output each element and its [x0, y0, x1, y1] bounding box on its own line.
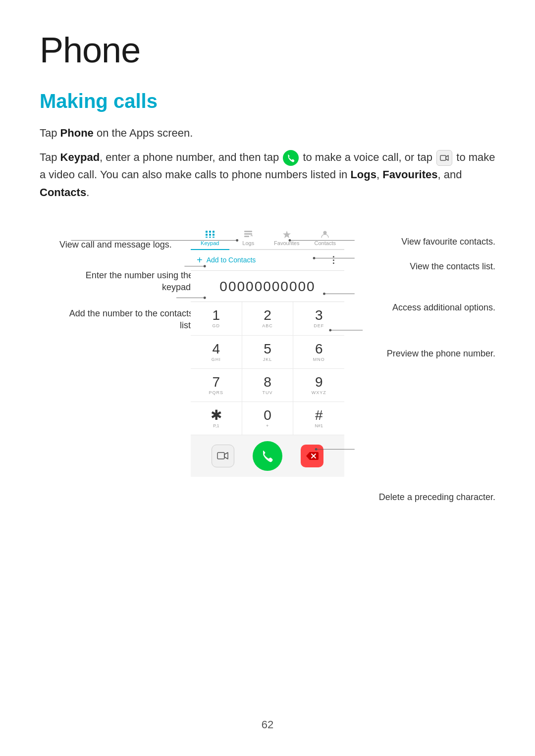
add-to-contacts-label: Add to Contacts	[207, 256, 329, 264]
tab-favourites[interactable]: Favourites	[268, 226, 306, 249]
key-0-num: 0	[264, 408, 271, 422]
svg-rect-21	[209, 234, 211, 236]
voice-call-button-icon	[261, 449, 274, 463]
keypad-row-2: 4 GHI 5 JKL 6 MNO	[191, 336, 344, 369]
video-call-button-icon	[217, 452, 229, 460]
more-options-icon[interactable]: ⋮	[329, 254, 338, 265]
ann-access-options-label: Access additional options.	[392, 302, 495, 313]
key-5[interactable]: 5 JKL	[242, 336, 294, 368]
tab-favourites-label: Favourites	[274, 240, 299, 246]
key-9-letters: WXYZ	[312, 390, 326, 395]
svg-rect-0	[440, 155, 446, 160]
key-6-num: 6	[315, 342, 323, 356]
key-1[interactable]: 1 GD	[191, 302, 242, 335]
key-hash-num: #	[315, 408, 323, 422]
number-display: 00000000000	[191, 271, 344, 302]
voice-call-button[interactable]	[253, 441, 282, 471]
delete-button[interactable]	[301, 445, 323, 467]
ann-view-contacts-label: View the contacts list.	[410, 261, 495, 272]
page-title: Phone	[40, 30, 495, 70]
svg-point-30	[323, 231, 327, 234]
tab-contacts[interactable]: Contacts	[306, 226, 345, 249]
tab-contacts-label: Contacts	[315, 240, 336, 246]
key-8[interactable]: 8 TUV	[242, 369, 294, 402]
intro-paragraph-2: Tap Keypad, enter a phone number, and th…	[40, 149, 495, 201]
svg-rect-18	[209, 231, 211, 233]
svg-rect-27	[244, 233, 252, 235]
tab-keypad-label: Keypad	[201, 240, 219, 246]
key-7[interactable]: 7 PQRS	[191, 369, 242, 402]
key-star-letters: P,1	[213, 423, 219, 428]
key-6-letters: MNO	[313, 357, 325, 362]
svg-rect-20	[206, 234, 208, 236]
tab-keypad[interactable]: Keypad	[191, 226, 229, 250]
to-text: to	[303, 151, 315, 163]
page-number: 62	[262, 718, 273, 731]
voice-call-icon	[283, 150, 299, 166]
key-5-num: 5	[264, 342, 271, 356]
key-8-letters: TUV	[263, 390, 273, 395]
contacts-tab-icon	[320, 230, 330, 239]
key-3-letters: DEF	[314, 323, 324, 328]
key-9[interactable]: 9 WXYZ	[293, 369, 344, 402]
key-star-num: ✱	[211, 408, 222, 422]
diagram-section: View call and message logs. Enter the nu…	[40, 226, 495, 533]
key-7-num: 7	[213, 375, 220, 389]
video-call-button[interactable]	[212, 445, 234, 467]
add-to-contacts-bar[interactable]: + Add to Contacts ⋮	[191, 250, 344, 271]
svg-rect-19	[213, 231, 214, 233]
intro-paragraph-1: Tap Phone on the Apps screen.	[40, 124, 495, 142]
ann-preview-number-label: Preview the phone number.	[387, 349, 495, 359]
phone-mockup: Keypad Logs	[191, 226, 344, 477]
delete-button-icon	[306, 452, 319, 460]
key-7-letters: PQRS	[209, 390, 224, 395]
key-5-letters: JKL	[263, 357, 272, 362]
keypad-row-1: 1 GD 2 ABC 3 DEF	[191, 302, 344, 336]
ann-view-fav-label: View favourite contacts.	[401, 237, 495, 247]
svg-rect-17	[206, 231, 208, 233]
action-bar	[191, 435, 344, 477]
logs-tab-icon	[243, 230, 254, 239]
key-4-letters: GHI	[212, 357, 221, 362]
key-2[interactable]: 2 ABC	[242, 302, 294, 335]
keypad-row-3: 7 PQRS 8 TUV 9 WXYZ	[191, 369, 344, 402]
svg-rect-25	[213, 237, 214, 238]
key-2-num: 2	[264, 308, 271, 322]
svg-rect-26	[244, 231, 252, 232]
key-1-letters: GD	[213, 323, 220, 329]
section-title: Making calls	[40, 90, 495, 112]
key-1-num: 1	[213, 308, 220, 322]
key-4-num: 4	[213, 342, 220, 356]
key-hash-letters: N#1	[315, 423, 323, 428]
tab-bar: Keypad Logs	[191, 226, 344, 250]
key-3-num: 3	[315, 308, 323, 322]
key-9-num: 9	[315, 375, 323, 389]
tab-logs-label: Logs	[242, 240, 254, 246]
key-8-num: 8	[264, 375, 271, 389]
favourites-tab-icon	[281, 230, 292, 239]
svg-rect-23	[206, 237, 208, 238]
keypad-row-4: ✱ P,1 0 + # N#1	[191, 402, 344, 435]
key-2-letters: ABC	[262, 323, 273, 328]
tab-logs[interactable]: Logs	[229, 226, 268, 249]
key-3[interactable]: 3 DEF	[293, 302, 344, 335]
svg-marker-29	[283, 231, 291, 238]
ann-enter-number-label: Enter the number using thekeypad.	[40, 269, 193, 294]
key-6[interactable]: 6 MNO	[293, 336, 344, 368]
plus-icon: +	[197, 254, 203, 266]
key-4[interactable]: 4 GHI	[191, 336, 242, 368]
keypad: 1 GD 2 ABC 3 DEF 4 GHI 5	[191, 302, 344, 435]
keypad-tab-icon	[205, 230, 215, 239]
svg-rect-22	[213, 234, 214, 236]
video-call-icon	[436, 150, 452, 166]
svg-rect-31	[217, 453, 224, 459]
key-0-letters: +	[266, 423, 269, 428]
ann-add-number-label: Add the number to the contactslist.	[40, 307, 193, 332]
key-0[interactable]: 0 +	[242, 402, 294, 435]
key-star[interactable]: ✱ P,1	[191, 402, 242, 435]
key-hash[interactable]: # N#1	[293, 402, 344, 435]
svg-rect-28	[244, 236, 249, 237]
svg-rect-24	[209, 237, 211, 238]
ann-view-logs-label: View call and message logs.	[59, 240, 172, 250]
ann-delete-char-label: Delete a preceding character.	[379, 492, 495, 503]
